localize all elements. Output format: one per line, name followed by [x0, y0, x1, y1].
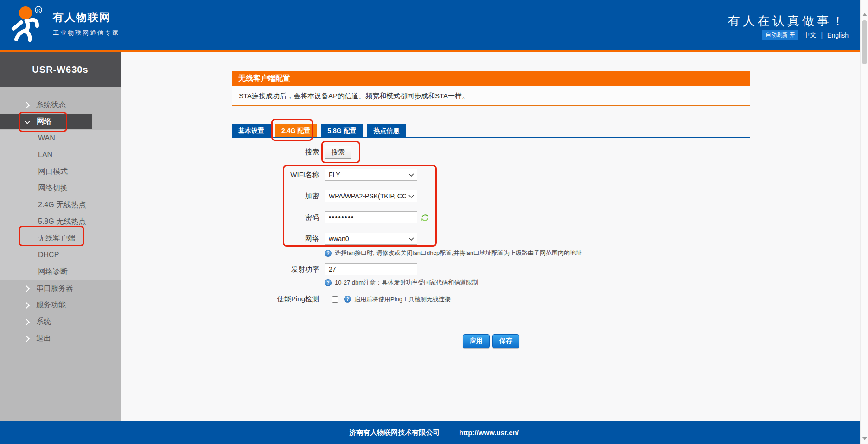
sidebar-item-label: WAN — [38, 134, 55, 142]
tx-power-input[interactable] — [325, 263, 417, 275]
vertical-scrollbar[interactable] — [860, 0, 868, 444]
scrollbar-thumb[interactable] — [862, 20, 867, 64]
sidebar-item-wireless-client[interactable]: 无线客户端 — [0, 230, 121, 247]
wifi-name-select[interactable]: FLY — [325, 169, 417, 181]
apply-button[interactable]: 应用 — [463, 334, 490, 348]
tab-58g-config[interactable]: 5.8G 配置 — [321, 124, 363, 137]
search-label: 搜索 — [232, 148, 319, 157]
sidebar-item-label: 网络切换 — [38, 184, 68, 193]
chevron-down-icon — [408, 195, 414, 198]
tab-hotspot-info[interactable]: 热点信息 — [367, 124, 406, 137]
footer-url-link[interactable]: http://www.usr.cn/ — [459, 429, 519, 437]
sidebar-item-wan[interactable]: WAN — [0, 130, 121, 146]
tab-basic-settings[interactable]: 基本设置 — [232, 124, 271, 137]
chevron-right-icon — [24, 319, 29, 324]
network-hint-text: 选择lan接口时, 请修改或关闭lan口dhcp配置,并将lan口地址配置为上级… — [335, 249, 582, 257]
sidebar-item-label: 系统状态 — [36, 100, 66, 110]
top-header-bar: R 有人物联网 工业物联网通信专家 有人在认真做事！ 自动刷新 开 中文 | E… — [0, 0, 868, 50]
auto-refresh-badge[interactable]: 自动刷新 开 — [762, 30, 798, 40]
brand-title: 有人物联网 — [53, 10, 120, 25]
sidebar-item-logout[interactable]: 退出 — [0, 330, 121, 347]
tab-bar: 基本设置 2.4G 配置 5.8G 配置 热点信息 — [232, 124, 750, 138]
save-button[interactable]: 保存 — [492, 334, 519, 348]
ping-hint-text: 启用后将使用Ping工具检测无线连接 — [354, 295, 451, 304]
header-orange-strip — [0, 50, 868, 52]
wifi-name-label: WIFI名称 — [232, 171, 319, 179]
sidebar-menu: 系统状态 网络 WAN LAN 网口模式 网络切换 2.4G 无线热点 5.8G… — [0, 96, 121, 347]
chevron-right-icon — [24, 336, 29, 341]
main-content: 无线客户端配置 STA连接成功后，会将本设备AP的信道、频宽和模式都同步成和ST… — [232, 71, 750, 106]
sidebar-item-network[interactable]: 网络 — [0, 113, 93, 130]
ping-enable-checkbox[interactable] — [332, 296, 338, 303]
sidebar-item-service-function[interactable]: 服务功能 — [0, 297, 121, 313]
sidebar-item-network-switch[interactable]: 网络切换 — [0, 180, 121, 197]
sidebar-item-label: LAN — [38, 151, 52, 159]
encryption-label: 加密 — [232, 192, 319, 201]
lang-separator: | — [821, 32, 823, 39]
sidebar-item-lan[interactable]: LAN — [0, 146, 121, 163]
sidebar-nav: USR-W630s 系统状态 网络 WAN LAN 网口模式 网络切换 2.4G… — [0, 52, 121, 421]
tab-24g-config[interactable]: 2.4G 配置 — [275, 124, 317, 137]
chevron-right-icon — [24, 286, 29, 291]
brand-subtitle: 工业物联网通信专家 — [53, 29, 120, 37]
search-button[interactable]: 搜索 — [325, 146, 351, 159]
sidebar-item-label: 网络 — [37, 117, 51, 127]
sidebar-item-label: 服务功能 — [36, 300, 66, 310]
sidebar-item-label: 串口服务器 — [36, 284, 73, 293]
network-select[interactable]: wwan0 — [325, 233, 417, 245]
lang-zh-link[interactable]: 中文 — [803, 31, 816, 39]
sidebar-item-system-status[interactable]: 系统状态 — [0, 96, 121, 113]
scroll-down-arrow-icon[interactable] — [862, 437, 867, 440]
sidebar-item-dhcp[interactable]: DHCP — [0, 247, 121, 263]
password-label: 密码 — [232, 213, 319, 222]
usr-person-logo-icon: R — [7, 4, 46, 43]
sidebar-item-label: 退出 — [36, 334, 51, 343]
help-icon: ? — [325, 279, 332, 286]
sidebar-item-network-diagnosis[interactable]: 网络诊断 — [0, 263, 121, 280]
header-slogan: 有人在认真做事！ — [728, 13, 847, 29]
svg-text:R: R — [37, 8, 40, 13]
chevron-right-icon — [24, 102, 29, 107]
panel-title: 无线客户端配置 — [232, 71, 750, 86]
refresh-password-icon[interactable] — [421, 214, 429, 222]
scroll-up-arrow-icon[interactable] — [862, 13, 867, 16]
help-icon: ? — [344, 296, 351, 303]
panel-description: STA连接成功后，会将本设备AP的信道、频宽和模式都同步成和STA一样。 — [232, 86, 750, 106]
sidebar-item-58g-hotspot[interactable]: 5.8G 无线热点 — [0, 213, 121, 230]
sidebar-item-system[interactable]: 系统 — [0, 313, 121, 330]
network-label: 网络 — [232, 235, 319, 243]
footer-bar: 济南有人物联网技术有限公司 http://www.usr.cn/ — [0, 421, 868, 444]
tx-power-label: 发射功率 — [232, 265, 319, 274]
help-icon: ? — [325, 250, 332, 257]
sidebar-item-label: 2.4G 无线热点 — [38, 200, 86, 210]
password-input[interactable] — [325, 211, 417, 223]
sidebar-item-label: 系统 — [36, 317, 51, 327]
tx-power-hint-text: 10-27 dbm注意：具体发射功率受国家代码和信道限制 — [335, 279, 478, 287]
sidebar-item-label: 5.8G 无线热点 — [38, 217, 86, 227]
footer-company: 济南有人物联网技术有限公司 — [349, 428, 440, 437]
network-value: wwan0 — [329, 235, 349, 242]
sidebar-item-label: DHCP — [38, 251, 59, 259]
encryption-select[interactable]: WPA/WPA2-PSK(TKIP, CCM — [325, 190, 417, 202]
chevron-down-icon — [408, 237, 414, 241]
sidebar-item-serial-server[interactable]: 串口服务器 — [0, 280, 121, 297]
ping-enable-label: 使能Ping检测 — [232, 295, 319, 304]
encryption-value: WPA/WPA2-PSK(TKIP, CCM — [329, 192, 406, 200]
brand-logo: R 有人物联网 工业物联网通信专家 — [7, 4, 120, 43]
sidebar-item-port-mode[interactable]: 网口模式 — [0, 163, 121, 180]
sidebar-item-label: 网口模式 — [38, 167, 68, 177]
device-model-title: USR-W630s — [0, 52, 121, 87]
chevron-right-icon — [24, 303, 29, 307]
sidebar-item-24g-hotspot[interactable]: 2.4G 无线热点 — [0, 197, 121, 213]
lang-en-link[interactable]: English — [827, 32, 849, 39]
chevron-down-icon — [25, 119, 29, 124]
sidebar-item-label: 无线客户端 — [38, 234, 75, 243]
wifi-name-value: FLY — [329, 171, 340, 178]
chevron-down-icon — [408, 173, 414, 177]
sidebar-item-label: 网络诊断 — [38, 267, 68, 277]
